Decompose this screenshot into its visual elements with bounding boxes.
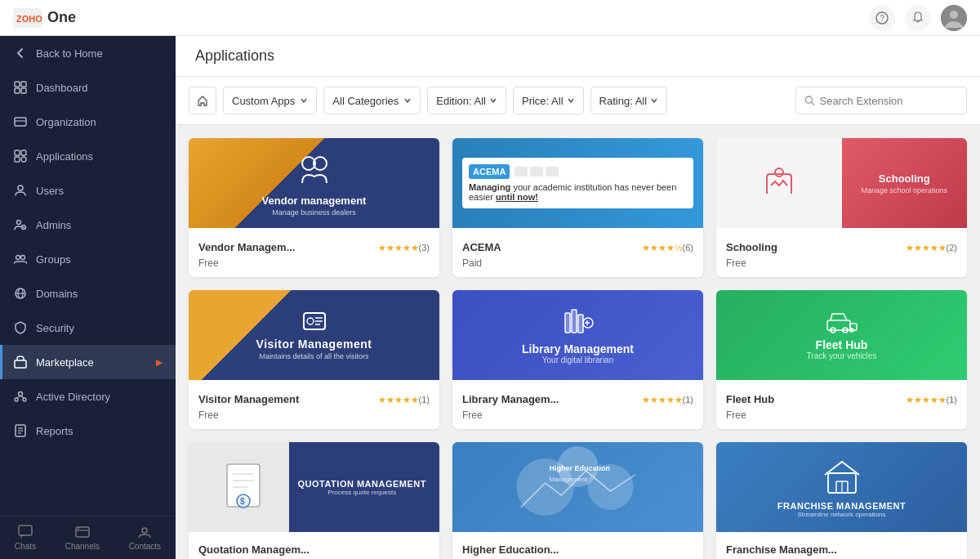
svg-rect-9 (21, 88, 26, 93)
svg-point-20 (16, 256, 20, 260)
svg-point-21 (21, 256, 25, 260)
app-card-visitor[interactable]: Visitor Management Maintains details of … (189, 290, 439, 429)
app-card-higher-ed[interactable]: Higher Education Management Higher Educa… (452, 442, 703, 559)
svg-rect-14 (15, 157, 20, 162)
sidebar-item-dashboard[interactable]: Dashboard (0, 70, 176, 105)
topbar: ZOHO One ? (0, 0, 980, 36)
acema-price: Paid (462, 257, 693, 269)
filters-bar: Custom Apps All Categories Edition: All … (176, 77, 980, 125)
rating-label: Rating: All (599, 95, 648, 107)
svg-rect-7 (21, 82, 26, 87)
sidebar-contacts-btn[interactable]: Contacts (129, 525, 161, 551)
sidebar-item-marketplace[interactable]: Marketplace ▶ (0, 345, 176, 379)
svg-rect-51 (572, 310, 577, 333)
back-arrow-icon (13, 46, 28, 60)
sidebar-item-groups[interactable]: Groups (0, 242, 176, 276)
higher-ed-illustration-icon: Higher Education Management (452, 442, 703, 532)
avatar[interactable] (941, 5, 967, 31)
app-card-acema[interactable]: ACEMA Managing your academic institution… (452, 138, 703, 277)
sidebar-item-active-directory[interactable]: Active Directory (0, 379, 176, 414)
sidebar-item-organization[interactable]: Organization (0, 105, 176, 139)
notifications-button[interactable] (905, 5, 931, 31)
card-image-franchise: FRANCHISE MANAGEMENT Streamline network … (716, 442, 967, 532)
sidebar-organization-label: Organization (36, 116, 96, 128)
vendor-card-name: Vendor Managem... (198, 241, 295, 253)
sidebar-channels-btn[interactable]: Channels (65, 525, 100, 551)
marketplace-arrow-icon: ▶ (156, 357, 163, 368)
svg-point-39 (142, 528, 147, 533)
chevron-down-icon-5 (650, 96, 658, 105)
visitor-stars: ★★★★★ (378, 395, 419, 405)
sidebar-domains-label: Domains (36, 288, 78, 300)
reports-icon (13, 423, 28, 438)
topbar-actions: ? (869, 5, 967, 31)
fleet-card-name: Fleet Hub (726, 393, 774, 405)
card-image-fleet: Fleet Hub Track your vehicles (716, 290, 967, 380)
schooling-card-name: Schooling (726, 241, 777, 253)
search-input[interactable] (820, 95, 958, 107)
card-image-quotation: $ QUOTATION MANAGEMENT Process quote req… (189, 442, 439, 532)
app-card-schooling[interactable]: Schooling Manage school operations Schoo… (716, 138, 967, 277)
app-card-vendor[interactable]: Vendor management Manage business dealer… (189, 138, 439, 277)
app-card-fleet[interactable]: Fleet Hub Track your vehicles Fleet Hub … (716, 290, 967, 429)
svg-point-16 (18, 186, 23, 190)
search-box[interactable] (795, 87, 967, 114)
svg-rect-25 (15, 360, 26, 368)
acema-tagline: Managing your academic institution has n… (469, 182, 687, 202)
sidebar-item-applications[interactable]: Applications (0, 139, 176, 173)
price-filter[interactable]: Price: All (513, 87, 584, 114)
schooling-card-sub: Manage school operations (861, 186, 947, 195)
sidebar-item-users[interactable]: Users (0, 173, 176, 208)
schooling-price: Free (726, 257, 957, 269)
edition-filter[interactable]: Edition: All (427, 87, 506, 114)
fleet-illustration-icon (826, 311, 858, 335)
acema-count: (6) (683, 243, 693, 253)
sidebar-chats-btn[interactable]: Chats (15, 525, 36, 551)
admins-icon (13, 217, 28, 232)
app-card-library[interactable]: Library Management Your digital libraria… (452, 290, 703, 429)
library-card-sub: Your digital librarian (522, 356, 634, 364)
svg-point-44 (775, 168, 783, 177)
rating-filter[interactable]: Rating: All (590, 87, 668, 114)
sidebar-item-admins[interactable]: Admins (0, 208, 176, 242)
svg-point-26 (19, 392, 23, 396)
sidebar-security-label: Security (36, 322, 74, 334)
franchise-card-bg-title: FRANCHISE MANAGEMENT (777, 501, 906, 511)
logo: ZOHO One (13, 8, 76, 28)
svg-text:?: ? (880, 14, 885, 23)
svg-rect-35 (19, 525, 32, 535)
help-icon: ? (875, 11, 889, 25)
app-card-quotation[interactable]: $ QUOTATION MANAGEMENT Process quote req… (189, 442, 439, 559)
sidebar-active-directory-label: Active Directory (36, 391, 110, 403)
app-card-franchise[interactable]: FRANCHISE MANAGEMENT Streamline network … (716, 442, 967, 559)
chevron-down-icon-2 (403, 96, 412, 105)
sidebar-admins-label: Admins (36, 219, 71, 231)
svg-text:Higher Education: Higher Education (550, 464, 611, 472)
sidebar-bottom-bar: Chats Channels Contacts (0, 516, 176, 559)
sidebar-item-back-to-home[interactable]: Dashboard Back to Home (0, 36, 176, 70)
back-to-home-label: Back to Home (36, 47, 103, 60)
franchise-illustration-icon (822, 457, 862, 498)
svg-text:ZOHO: ZOHO (16, 14, 42, 24)
zoho-logo-icon: ZOHO (13, 8, 42, 28)
search-icon (804, 95, 815, 106)
sidebar-marketplace-label: Marketplace (36, 356, 94, 369)
svg-rect-6 (15, 82, 20, 87)
svg-line-29 (16, 396, 20, 399)
custom-apps-dropdown[interactable]: Custom Apps (223, 87, 317, 114)
franchise-card-name: Franchise Managem... (726, 543, 837, 556)
chat-icon (18, 525, 33, 539)
all-categories-dropdown[interactable]: All Categories (323, 87, 421, 114)
home-filter-button[interactable] (189, 87, 216, 114)
help-button[interactable]: ? (869, 5, 895, 31)
library-price: Free (462, 409, 693, 421)
sidebar-item-reports[interactable]: Reports (0, 414, 176, 448)
vendor-stars: ★★★★★ (378, 243, 419, 253)
svg-rect-52 (578, 315, 583, 333)
sidebar-item-security[interactable]: Security (0, 311, 176, 345)
svg-rect-8 (15, 88, 20, 93)
channels-icon (75, 525, 90, 539)
visitor-count: (1) (419, 395, 430, 405)
fleet-count: (1) (947, 395, 957, 405)
sidebar-item-domains[interactable]: Domains (0, 276, 176, 311)
